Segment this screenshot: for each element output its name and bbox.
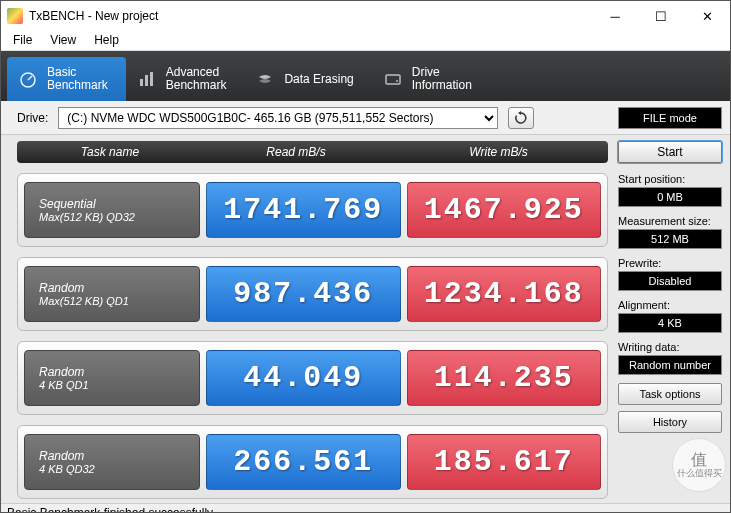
reload-button[interactable] bbox=[508, 107, 534, 129]
header-task: Task name bbox=[17, 145, 203, 159]
drive-select[interactable]: (C:) NVMe WDC WDS500G1B0C- 465.16 GB (97… bbox=[58, 107, 498, 129]
tab-label: Advanced Benchmark bbox=[166, 66, 227, 92]
drive-bar: Drive: (C:) NVMe WDC WDS500G1B0C- 465.16… bbox=[1, 101, 730, 135]
watermark-text: 什么值得买 bbox=[677, 469, 722, 479]
write-value: 185.617 bbox=[407, 434, 602, 490]
menu-view[interactable]: View bbox=[42, 31, 84, 50]
close-button[interactable]: ✕ bbox=[684, 1, 730, 31]
measurement-size-value[interactable]: 512 MB bbox=[618, 229, 722, 249]
task-sequential-qd32[interactable]: SequentialMax(512 KB) QD32 bbox=[24, 182, 200, 238]
task-random-4k-qd1[interactable]: Random4 KB QD1 bbox=[24, 350, 200, 406]
alignment-label: Alignment: bbox=[618, 299, 722, 311]
read-value: 987.436 bbox=[206, 266, 401, 322]
alignment-value[interactable]: 4 KB bbox=[618, 313, 722, 333]
tab-label: Data Erasing bbox=[284, 72, 353, 86]
titlebar: TxBENCH - New project ─ ☐ ✕ bbox=[1, 1, 730, 31]
tab-bar: Basic Benchmark Advanced Benchmark Data … bbox=[1, 51, 730, 101]
tab-label: Basic Benchmark bbox=[47, 66, 108, 92]
write-value: 114.235 bbox=[407, 350, 602, 406]
svg-point-6 bbox=[396, 80, 398, 82]
erase-icon bbox=[254, 68, 276, 90]
result-row: RandomMax(512 KB) QD1 987.436 1234.168 bbox=[17, 257, 608, 331]
task-random-512-qd1[interactable]: RandomMax(512 KB) QD1 bbox=[24, 266, 200, 322]
read-value: 44.049 bbox=[206, 350, 401, 406]
column-headers: Task name Read mB/s Write mB/s bbox=[17, 141, 608, 163]
task-random-4k-qd32[interactable]: Random4 KB QD32 bbox=[24, 434, 200, 490]
benchmark-panel: Task name Read mB/s Write mB/s Sequentia… bbox=[1, 135, 614, 503]
status-bar: Basic Benchmark finished successfully. bbox=[1, 503, 730, 513]
tab-basic-benchmark[interactable]: Basic Benchmark bbox=[7, 57, 126, 101]
svg-line-1 bbox=[28, 76, 32, 80]
tab-data-erasing[interactable]: Data Erasing bbox=[244, 57, 371, 101]
bars-icon bbox=[136, 68, 158, 90]
measurement-size-label: Measurement size: bbox=[618, 215, 722, 227]
gauge-icon bbox=[17, 68, 39, 90]
tab-advanced-benchmark[interactable]: Advanced Benchmark bbox=[126, 57, 245, 101]
start-position-value[interactable]: 0 MB bbox=[618, 187, 722, 207]
history-button[interactable]: History bbox=[618, 411, 722, 433]
prewrite-label: Prewrite: bbox=[618, 257, 722, 269]
prewrite-value[interactable]: Disabled bbox=[618, 271, 722, 291]
read-value: 1741.769 bbox=[206, 182, 401, 238]
file-mode-button[interactable]: FILE mode bbox=[618, 107, 722, 129]
write-value: 1234.168 bbox=[407, 266, 602, 322]
menu-file[interactable]: File bbox=[5, 31, 40, 50]
read-value: 266.561 bbox=[206, 434, 401, 490]
svg-rect-5 bbox=[386, 75, 400, 84]
window-title: TxBENCH - New project bbox=[29, 9, 158, 23]
tab-label: Drive Information bbox=[412, 66, 472, 92]
start-button[interactable]: Start bbox=[618, 141, 722, 163]
writing-data-value[interactable]: Random number bbox=[618, 355, 722, 375]
minimize-button[interactable]: ─ bbox=[592, 1, 638, 31]
header-read: Read mB/s bbox=[203, 145, 389, 159]
header-write: Write mB/s bbox=[389, 145, 608, 159]
writing-data-label: Writing data: bbox=[618, 341, 722, 353]
task-options-button[interactable]: Task options bbox=[618, 383, 722, 405]
menubar: File View Help bbox=[1, 31, 730, 51]
start-position-label: Start position: bbox=[618, 173, 722, 185]
menu-help[interactable]: Help bbox=[86, 31, 127, 50]
app-icon bbox=[7, 8, 23, 24]
drive-label: Drive: bbox=[17, 111, 48, 125]
svg-rect-3 bbox=[145, 75, 148, 86]
drive-icon bbox=[382, 68, 404, 90]
svg-rect-4 bbox=[150, 72, 153, 86]
maximize-button[interactable]: ☐ bbox=[638, 1, 684, 31]
result-row: SequentialMax(512 KB) QD32 1741.769 1467… bbox=[17, 173, 608, 247]
result-row: Random4 KB QD32 266.561 185.617 bbox=[17, 425, 608, 499]
svg-rect-2 bbox=[140, 79, 143, 86]
watermark-icon: 值 bbox=[691, 451, 707, 469]
write-value: 1467.925 bbox=[407, 182, 602, 238]
tab-drive-information[interactable]: Drive Information bbox=[372, 57, 490, 101]
watermark: 值 什么值得买 bbox=[672, 438, 726, 492]
result-row: Random4 KB QD1 44.049 114.235 bbox=[17, 341, 608, 415]
